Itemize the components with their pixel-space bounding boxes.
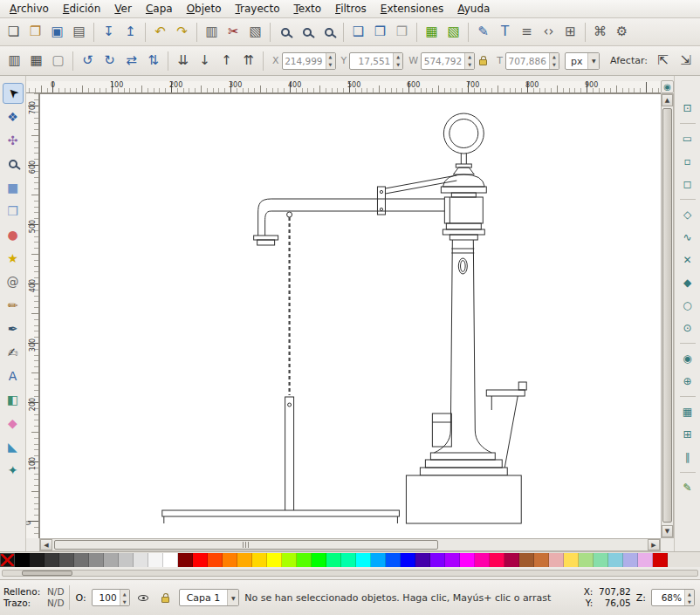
snap-page-border-button[interactable]: ▦ — [678, 402, 697, 421]
snap-nodes-button[interactable]: ◇ — [678, 205, 697, 224]
scroll-down-button[interactable]: ▼ — [662, 525, 673, 537]
field-x-input[interactable]: 214,999▲▼ — [282, 52, 336, 70]
redo-button[interactable]: ↷ — [171, 21, 193, 43]
palette-swatch-43[interactable] — [653, 553, 668, 567]
snap-guide-button[interactable]: ∥ — [678, 448, 697, 467]
scroll-left-button[interactable]: ◀ — [40, 539, 52, 550]
fill-stroke-dialog-button[interactable]: ✎ — [472, 21, 494, 43]
palette-swatch-35[interactable] — [534, 553, 549, 567]
palette-swatch-34[interactable] — [519, 553, 534, 567]
rotate-ccw-button[interactable]: ↺ — [77, 50, 99, 72]
spin-down-button[interactable]: ▼ — [465, 61, 474, 69]
palette-swatch-39[interactable] — [594, 553, 608, 567]
palette-swatch-15[interactable] — [237, 553, 252, 567]
eraser-tool-button[interactable]: ◆ — [3, 413, 24, 434]
field-t-input[interactable]: 707,886▲▼ — [505, 52, 559, 70]
snap-bbox-corner-button[interactable]: ◻ — [678, 174, 697, 194]
spin-up-button[interactable]: ▲ — [465, 53, 474, 61]
select-all-button[interactable]: ▥ — [3, 50, 25, 72]
spin-up-button[interactable]: ▲ — [120, 590, 129, 598]
affect-transform-button[interactable]: ⇲ — [675, 50, 697, 72]
palette-swatch-26[interactable] — [401, 553, 415, 567]
palette-swatch-36[interactable] — [549, 553, 564, 567]
field-y-input[interactable]: 17,551▲▼ — [349, 52, 403, 70]
palette-swatch-22[interactable] — [341, 553, 356, 567]
palette-swatch-5[interactable] — [89, 553, 104, 567]
snap-enable-button[interactable]: ⊡ — [678, 99, 697, 118]
spinner-buttons[interactable]: ▲▼ — [464, 53, 474, 69]
lock-ratio-button[interactable] — [475, 52, 491, 69]
snap-cusp-node-button[interactable]: ◆ — [678, 273, 697, 292]
palette-swatch-20[interactable] — [312, 553, 326, 567]
palette-swatch-40[interactable] — [608, 553, 623, 567]
opacity-input[interactable]: 100 ▲ ▼ — [92, 589, 130, 606]
scroll-up-button[interactable]: ▲ — [662, 94, 673, 106]
menu-capa[interactable]: Capa — [140, 2, 179, 16]
palette-swatch-1[interactable] — [30, 553, 45, 567]
spin-down-button[interactable]: ▼ — [326, 61, 335, 69]
calligraphy-tool-button[interactable]: ✍ — [3, 342, 24, 363]
layer-lock-button[interactable] — [157, 590, 174, 606]
cut-button[interactable]: ✂ — [223, 21, 244, 43]
snap-object-center-button[interactable]: ◉ — [678, 349, 697, 368]
duplicate-button[interactable]: ❑ — [347, 21, 369, 43]
palette-swatch-18[interactable] — [282, 553, 297, 567]
selector-tool-button[interactable]: ➤ — [3, 83, 24, 104]
flip-horizontal-button[interactable]: ⇄ — [120, 50, 142, 72]
text-tool-button[interactable]: A — [3, 366, 24, 386]
import-button[interactable]: ↧ — [98, 21, 120, 43]
field-w-input[interactable]: 574,792▲▼ — [421, 52, 475, 70]
zoom-selection-button[interactable] — [274, 21, 296, 43]
new-document-button[interactable]: ❏ — [3, 21, 24, 43]
snap-path-button[interactable]: ∿ — [678, 228, 697, 247]
ungroup-button[interactable]: ▧ — [443, 21, 464, 43]
vertical-scrollbar[interactable]: ▲ ▼ — [661, 93, 674, 538]
palette-swatch-7[interactable] — [119, 553, 134, 567]
snap-rotation-center-button[interactable]: ⊕ — [678, 372, 697, 391]
chevron-down-icon[interactable]: ▼ — [587, 53, 599, 69]
pencil-tool-button[interactable]: ✏ — [3, 295, 24, 316]
open-folder-button[interactable]: ❐ — [24, 21, 46, 43]
print-button[interactable]: ▤ — [68, 21, 90, 43]
layers-dialog-button[interactable]: ≡ — [516, 21, 538, 43]
palette-swatch-14[interactable] — [223, 553, 237, 567]
preferences-button[interactable]: ⚙ — [611, 21, 633, 43]
palette-swatch-4[interactable] — [74, 553, 89, 567]
vertical-scroll-thumb[interactable] — [662, 108, 672, 523]
palette-swatch-24[interactable] — [371, 553, 386, 567]
ruler-corner-button[interactable]: ◉ — [661, 80, 674, 93]
palette-swatch-11[interactable] — [178, 553, 193, 567]
raise-to-top-button[interactable]: ⇈ — [237, 50, 259, 72]
zoom-input[interactable]: 68% ▲ ▼ — [651, 589, 695, 606]
lower-to-bottom-button[interactable]: ⇊ — [172, 50, 194, 72]
pen-tool-button[interactable]: ✒ — [3, 318, 24, 339]
spiral-tool-button[interactable]: @ — [3, 271, 24, 292]
snap-bbox-edge-button[interactable]: ▫ — [678, 152, 697, 171]
gradient-tool-button[interactable]: ◧ — [3, 389, 24, 410]
menu-edicion[interactable]: Edición — [57, 2, 106, 16]
vertical-ruler[interactable]: 7006005004003002001000 — [26, 93, 39, 538]
box3d-tool-button[interactable]: ❒ — [3, 201, 24, 222]
affect-move-button[interactable]: ⇱ — [652, 50, 674, 72]
palette-swatch-23[interactable] — [356, 553, 371, 567]
menu-extensiones[interactable]: Extensiones — [374, 2, 450, 16]
palette-swatch-2[interactable] — [45, 553, 59, 567]
palette-swatch-28[interactable] — [430, 553, 445, 567]
spinner-buttons[interactable]: ▲▼ — [326, 53, 335, 69]
lower-button[interactable]: ↓ — [194, 50, 216, 72]
zoom-spinner[interactable]: ▲ ▼ — [684, 590, 694, 605]
horizontal-ruler[interactable]: 0100200300400500600700800900 — [26, 81, 661, 93]
palette-swatch-16[interactable] — [252, 553, 267, 567]
menu-ayuda[interactable]: Ayuda — [451, 2, 496, 16]
keyboard-shortcuts-button[interactable]: ⌘ — [589, 21, 611, 43]
undo-button[interactable]: ↶ — [149, 21, 171, 43]
horizontal-scrollbar[interactable]: ◀ ▶ — [39, 538, 661, 551]
palette-swatch-21[interactable] — [326, 553, 341, 567]
rotate-cw-button[interactable]: ↻ — [99, 50, 120, 72]
palette-scrollbar[interactable] — [0, 567, 700, 579]
canvas[interactable] — [39, 93, 661, 538]
palette-swatch-6[interactable] — [104, 553, 119, 567]
layer-selector[interactable]: Capa 1 ▼ — [179, 589, 240, 606]
palette-swatch-19[interactable] — [297, 553, 312, 567]
create-clone-button[interactable]: ❒ — [369, 21, 391, 43]
